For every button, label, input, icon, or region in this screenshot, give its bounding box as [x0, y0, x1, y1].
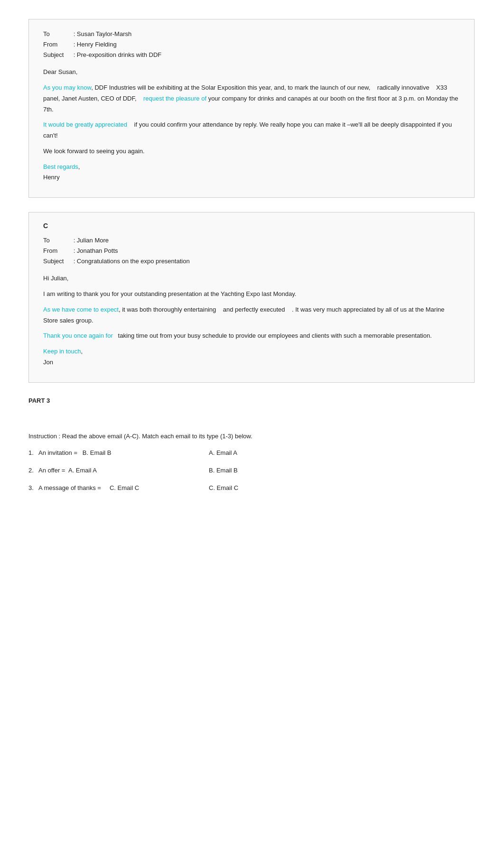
email-c-label: C: [43, 222, 460, 230]
email-b-closing: Best regards, Henry: [43, 162, 460, 184]
email-b-closing-comma: ,: [78, 163, 80, 170]
email-b-header: To : Susan Taylor-Marsh From : Henry Fie…: [43, 29, 460, 60]
email-c-from-label: From: [43, 246, 72, 256]
email-c-highlight2: Thank you once again for: [43, 332, 113, 339]
email-c-body: Hi Julian, I am writing to thank you for…: [43, 273, 460, 368]
email-c-closing-comma: ,: [81, 348, 83, 355]
email-b-greeting: Dear Susan,: [43, 67, 460, 78]
match-list: 1. An invitation = B. Email B A. Email A…: [28, 449, 476, 491]
instruction-text: Instruction : Read the above email (A-C)…: [28, 433, 476, 440]
email-c-to-value: : Julian More: [74, 237, 109, 244]
email-c-to: To : Julian More: [43, 235, 460, 246]
email-b-box: To : Susan Taylor-Marsh From : Henry Fie…: [28, 19, 475, 198]
match-item-2: 2. An offer = A. Email A B. Email B: [28, 467, 476, 474]
email-b-subject: Subject : Pre-exposition drinks with DDF: [43, 50, 460, 60]
email-c-from-value: : Jonathan Potts: [74, 247, 118, 254]
email-c-para1: I am writing to thank you for your outst…: [43, 289, 460, 300]
email-c-box: C To : Julian More From : Jonathan Potts…: [28, 212, 475, 383]
email-b-highlight2: request the pleasure of: [143, 95, 206, 102]
email-c-para2-mid2: and perfectly executed: [223, 306, 285, 313]
email-c-header: To : Julian More From : Jonathan Potts S…: [43, 235, 460, 267]
email-c-closing-highlight: Keep in touch: [43, 348, 81, 355]
part3-label: PART 3: [28, 397, 476, 404]
email-c-para2-mid: , it was both thoroughly entertaining: [119, 306, 216, 313]
email-b-para1: As you may know, DDF Industries will be …: [43, 83, 460, 115]
from-label: From: [43, 39, 72, 50]
email-b-closing-name: Henry: [43, 174, 60, 181]
from-value: : Henry Fielding: [74, 41, 117, 48]
email-b-body: Dear Susan, As you may know, DDF Industr…: [43, 67, 460, 183]
match-item-3: 3. A message of thanks = C. Email C C. E…: [28, 484, 476, 491]
email-b-highlight3: It would be greatly appreciated: [43, 121, 127, 128]
email-c-greeting: Hi Julian,: [43, 273, 460, 284]
match-1-question: 1. An invitation = B. Email B: [28, 449, 209, 456]
email-c-to-label: To: [43, 235, 72, 246]
email-b-highlight1: As you may know: [43, 84, 91, 91]
subject-label: Subject: [43, 50, 72, 60]
email-c-subject-label: Subject: [43, 256, 72, 267]
email-c-para3-end: taking time out from your busy schedule …: [118, 332, 432, 339]
email-c-subject: Subject : Congratulations on the expo pr…: [43, 256, 460, 267]
match-3-answer: C. Email C: [209, 484, 266, 491]
subject-value: : Pre-exposition drinks with DDF: [74, 51, 162, 58]
match-2-answer: B. Email B: [209, 467, 266, 474]
match-item-1: 1. An invitation = B. Email B A. Email A: [28, 449, 476, 456]
email-b-para1-mid2: radically innovative: [377, 84, 429, 91]
email-b-from: From : Henry Fielding: [43, 39, 460, 50]
email-c-from: From : Jonathan Potts: [43, 246, 460, 256]
email-c-closing: Keep in touch, Jon: [43, 346, 460, 368]
email-c-closing-name: Jon: [43, 359, 53, 366]
email-c-para2: As we have come to expect, it was both t…: [43, 305, 460, 326]
email-b-closing-highlight: Best regards: [43, 163, 78, 170]
match-1-answer: A. Email A: [209, 449, 266, 456]
email-c-para3: Thank you once again for taking time out…: [43, 331, 460, 342]
email-b-para1-mid1: , DDF Industries will be exhibiting at t…: [91, 84, 370, 91]
to-label: To: [43, 29, 72, 39]
match-3-question: 3. A message of thanks = C. Email C: [28, 484, 209, 491]
email-b-para2: It would be greatly appreciated if you c…: [43, 120, 460, 141]
match-2-question: 2. An offer = A. Email A: [28, 467, 209, 474]
to-value: : Susan Taylor-Marsh: [74, 30, 132, 37]
email-b-para3: We look forward to seeing you again.: [43, 146, 460, 157]
email-c-subject-value: : Congratulations on the expo presentati…: [74, 258, 190, 265]
email-b-to: To : Susan Taylor-Marsh: [43, 29, 460, 39]
email-c-highlight1: As we have come to expect: [43, 306, 119, 313]
